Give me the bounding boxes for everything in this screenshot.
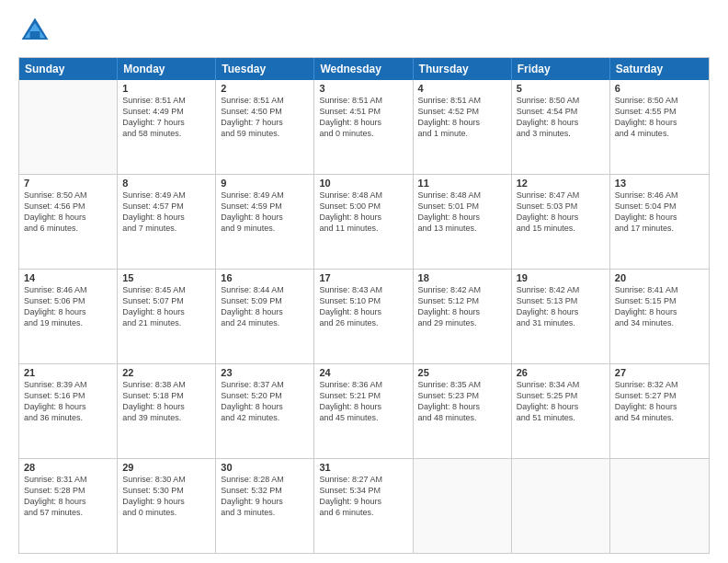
day-info: Sunrise: 8:46 AMSunset: 5:04 PMDaylight:… xyxy=(615,190,704,235)
day-number: 1 xyxy=(122,83,210,94)
calendar-cell: 16Sunrise: 8:44 AMSunset: 5:09 PMDayligh… xyxy=(216,270,314,363)
weekday-header-sunday: Sunday xyxy=(19,58,118,80)
day-number: 3 xyxy=(319,83,407,94)
logo xyxy=(18,15,55,48)
calendar-cell: 15Sunrise: 8:45 AMSunset: 5:07 PMDayligh… xyxy=(118,270,216,363)
calendar-cell xyxy=(19,80,118,174)
calendar-cell xyxy=(610,459,709,553)
calendar-cell: 11Sunrise: 8:48 AMSunset: 5:01 PMDayligh… xyxy=(414,175,512,269)
calendar-cell: 22Sunrise: 8:38 AMSunset: 5:18 PMDayligh… xyxy=(118,364,216,458)
day-info: Sunrise: 8:36 AMSunset: 5:21 PMDaylight:… xyxy=(319,379,407,424)
generalblue-icon xyxy=(18,15,51,48)
day-number: 27 xyxy=(615,367,704,378)
svg-rect-2 xyxy=(30,31,40,40)
calendar-cell: 20Sunrise: 8:41 AMSunset: 5:15 PMDayligh… xyxy=(610,270,709,363)
day-number: 8 xyxy=(122,178,210,189)
calendar-cell: 4Sunrise: 8:51 AMSunset: 4:52 PMDaylight… xyxy=(414,80,512,174)
day-number: 22 xyxy=(122,367,210,378)
day-number: 12 xyxy=(517,178,605,189)
calendar-cell: 21Sunrise: 8:39 AMSunset: 5:16 PMDayligh… xyxy=(19,364,118,458)
calendar-cell: 18Sunrise: 8:42 AMSunset: 5:12 PMDayligh… xyxy=(414,270,512,363)
calendar-cell: 1Sunrise: 8:51 AMSunset: 4:49 PMDaylight… xyxy=(118,80,216,174)
day-info: Sunrise: 8:42 AMSunset: 5:13 PMDaylight:… xyxy=(517,284,605,329)
calendar: SundayMondayTuesdayWednesdayThursdayFrid… xyxy=(18,57,710,554)
day-info: Sunrise: 8:41 AMSunset: 5:15 PMDaylight:… xyxy=(615,284,704,329)
day-number: 29 xyxy=(122,462,210,473)
calendar-cell: 2Sunrise: 8:51 AMSunset: 4:50 PMDaylight… xyxy=(216,80,314,174)
day-info: Sunrise: 8:50 AMSunset: 4:55 PMDaylight:… xyxy=(615,95,704,140)
calendar-header: SundayMondayTuesdayWednesdayThursdayFrid… xyxy=(19,58,709,80)
day-number: 10 xyxy=(319,178,407,189)
day-number: 14 xyxy=(24,272,112,283)
day-info: Sunrise: 8:49 AMSunset: 4:59 PMDaylight:… xyxy=(221,190,309,235)
calendar-cell: 29Sunrise: 8:30 AMSunset: 5:30 PMDayligh… xyxy=(118,459,216,553)
calendar-cell: 17Sunrise: 8:43 AMSunset: 5:10 PMDayligh… xyxy=(314,270,413,363)
calendar-cell: 3Sunrise: 8:51 AMSunset: 4:51 PMDaylight… xyxy=(314,80,413,174)
weekday-header-thursday: Thursday xyxy=(414,58,512,80)
day-number: 2 xyxy=(221,83,309,94)
day-info: Sunrise: 8:42 AMSunset: 5:12 PMDaylight:… xyxy=(418,284,506,329)
day-info: Sunrise: 8:50 AMSunset: 4:54 PMDaylight:… xyxy=(517,95,605,140)
calendar-cell: 26Sunrise: 8:34 AMSunset: 5:25 PMDayligh… xyxy=(512,364,610,458)
day-number: 19 xyxy=(517,272,605,283)
calendar-cell: 13Sunrise: 8:46 AMSunset: 5:04 PMDayligh… xyxy=(610,175,709,269)
calendar-cell: 12Sunrise: 8:47 AMSunset: 5:03 PMDayligh… xyxy=(512,175,610,269)
calendar-row-4: 21Sunrise: 8:39 AMSunset: 5:16 PMDayligh… xyxy=(19,363,709,458)
calendar-cell: 31Sunrise: 8:27 AMSunset: 5:34 PMDayligh… xyxy=(314,459,413,553)
day-number: 23 xyxy=(221,367,309,378)
day-info: Sunrise: 8:48 AMSunset: 5:01 PMDaylight:… xyxy=(418,190,506,235)
day-info: Sunrise: 8:28 AMSunset: 5:32 PMDaylight:… xyxy=(221,474,309,519)
calendar-row-5: 28Sunrise: 8:31 AMSunset: 5:28 PMDayligh… xyxy=(19,458,709,553)
day-number: 28 xyxy=(24,462,112,473)
calendar-row-1: 1Sunrise: 8:51 AMSunset: 4:49 PMDaylight… xyxy=(19,80,709,174)
calendar-cell: 7Sunrise: 8:50 AMSunset: 4:56 PMDaylight… xyxy=(19,175,118,269)
day-number: 30 xyxy=(221,462,309,473)
calendar-cell xyxy=(414,459,512,553)
day-number: 15 xyxy=(122,272,210,283)
day-number: 4 xyxy=(418,83,506,94)
day-number: 18 xyxy=(418,272,506,283)
day-info: Sunrise: 8:46 AMSunset: 5:06 PMDaylight:… xyxy=(24,284,112,329)
day-number: 20 xyxy=(615,272,704,283)
calendar-cell: 5Sunrise: 8:50 AMSunset: 4:54 PMDaylight… xyxy=(512,80,610,174)
calendar-cell: 6Sunrise: 8:50 AMSunset: 4:55 PMDaylight… xyxy=(610,80,709,174)
day-info: Sunrise: 8:45 AMSunset: 5:07 PMDaylight:… xyxy=(122,284,210,329)
day-info: Sunrise: 8:39 AMSunset: 5:16 PMDaylight:… xyxy=(24,379,112,424)
calendar-cell: 24Sunrise: 8:36 AMSunset: 5:21 PMDayligh… xyxy=(314,364,413,458)
day-info: Sunrise: 8:44 AMSunset: 5:09 PMDaylight:… xyxy=(221,284,309,329)
day-number: 5 xyxy=(517,83,605,94)
day-info: Sunrise: 8:51 AMSunset: 4:49 PMDaylight:… xyxy=(122,95,210,140)
day-info: Sunrise: 8:31 AMSunset: 5:28 PMDaylight:… xyxy=(24,474,112,519)
day-info: Sunrise: 8:34 AMSunset: 5:25 PMDaylight:… xyxy=(517,379,605,424)
day-number: 31 xyxy=(319,462,407,473)
day-number: 26 xyxy=(517,367,605,378)
day-info: Sunrise: 8:35 AMSunset: 5:23 PMDaylight:… xyxy=(418,379,506,424)
weekday-header-tuesday: Tuesday xyxy=(216,58,314,80)
day-number: 17 xyxy=(319,272,407,283)
day-info: Sunrise: 8:38 AMSunset: 5:18 PMDaylight:… xyxy=(122,379,210,424)
calendar-cell: 10Sunrise: 8:48 AMSunset: 5:00 PMDayligh… xyxy=(314,175,413,269)
calendar-row-3: 14Sunrise: 8:46 AMSunset: 5:06 PMDayligh… xyxy=(19,269,709,363)
day-number: 6 xyxy=(615,83,704,94)
day-number: 11 xyxy=(418,178,506,189)
day-info: Sunrise: 8:48 AMSunset: 5:00 PMDaylight:… xyxy=(319,190,407,235)
calendar-cell: 23Sunrise: 8:37 AMSunset: 5:20 PMDayligh… xyxy=(216,364,314,458)
calendar-cell: 30Sunrise: 8:28 AMSunset: 5:32 PMDayligh… xyxy=(216,459,314,553)
day-info: Sunrise: 8:37 AMSunset: 5:20 PMDaylight:… xyxy=(221,379,309,424)
weekday-header-friday: Friday xyxy=(512,58,610,80)
header xyxy=(18,15,710,48)
calendar-cell: 25Sunrise: 8:35 AMSunset: 5:23 PMDayligh… xyxy=(414,364,512,458)
day-info: Sunrise: 8:43 AMSunset: 5:10 PMDaylight:… xyxy=(319,284,407,329)
day-number: 9 xyxy=(221,178,309,189)
day-info: Sunrise: 8:32 AMSunset: 5:27 PMDaylight:… xyxy=(615,379,704,424)
day-info: Sunrise: 8:51 AMSunset: 4:51 PMDaylight:… xyxy=(319,95,407,140)
calendar-row-2: 7Sunrise: 8:50 AMSunset: 4:56 PMDaylight… xyxy=(19,174,709,269)
day-number: 16 xyxy=(221,272,309,283)
day-number: 25 xyxy=(418,367,506,378)
day-info: Sunrise: 8:30 AMSunset: 5:30 PMDaylight:… xyxy=(122,474,210,519)
day-number: 13 xyxy=(615,178,704,189)
calendar-cell: 28Sunrise: 8:31 AMSunset: 5:28 PMDayligh… xyxy=(19,459,118,553)
day-number: 21 xyxy=(24,367,112,378)
calendar-cell: 19Sunrise: 8:42 AMSunset: 5:13 PMDayligh… xyxy=(512,270,610,363)
weekday-header-wednesday: Wednesday xyxy=(314,58,413,80)
